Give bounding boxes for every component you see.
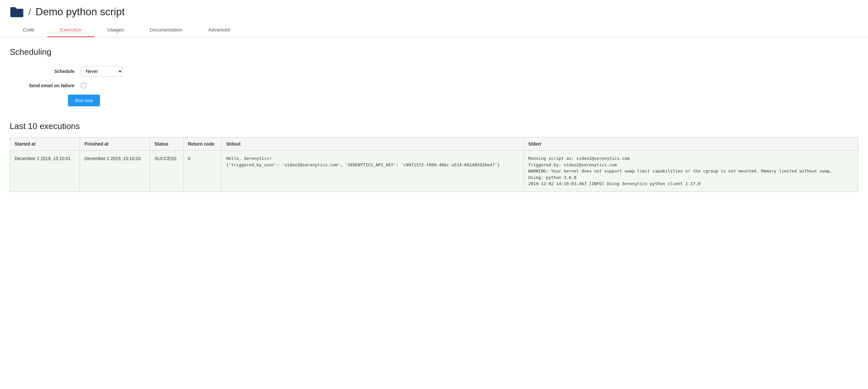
col-finished-at: Finished at: [80, 137, 150, 151]
schedule-select[interactable]: Never Hourly Daily Weekly Monthly: [81, 66, 123, 77]
schedule-label: Schedule: [23, 69, 74, 74]
email-failure-checkbox[interactable]: [81, 83, 86, 88]
executions-title: Last 10 executions: [10, 121, 858, 131]
tab-advanced[interactable]: Advanced: [195, 23, 243, 37]
cell-finished-at: December 2 2019, 15:10:03: [80, 151, 150, 192]
executions-section: Last 10 executions Started at Finished a…: [10, 121, 858, 192]
email-failure-label: Send email on failure: [23, 83, 74, 88]
col-stdout: Stdout: [221, 137, 523, 151]
col-return-code: Return code: [183, 137, 221, 151]
cell-status: SUCCESS: [150, 151, 183, 192]
tab-documentation[interactable]: Documentation: [137, 23, 195, 37]
main-content: Scheduling Schedule Never Hourly Daily W…: [0, 37, 868, 202]
tab-execution[interactable]: Execution: [47, 23, 94, 37]
tab-code[interactable]: Code: [10, 23, 47, 37]
cell-return-code: 0: [183, 151, 221, 192]
table-header: Started at Finished at Status Return cod…: [10, 137, 858, 151]
run-now-button[interactable]: Run now: [68, 95, 100, 106]
scheduling-section: Scheduling Schedule Never Hourly Daily W…: [10, 47, 858, 110]
col-status: Status: [150, 137, 183, 151]
col-stderr: Stderr: [524, 137, 858, 151]
table-body: December 2 2019, 15:10:01 December 2 201…: [10, 151, 858, 192]
folder-icon: [10, 6, 24, 18]
cell-stdout: Hello, Serenytics! {'triggered_by_user':…: [221, 151, 523, 192]
email-failure-row: Send email on failure: [23, 83, 858, 88]
table-header-row: Started at Finished at Status Return cod…: [10, 137, 858, 151]
col-started-at: Started at: [10, 137, 80, 151]
run-now-container: Run now: [10, 95, 858, 110]
schedule-row: Schedule Never Hourly Daily Weekly Month…: [23, 66, 858, 77]
tab-bar: Code Execution Usages Documentation Adva…: [0, 23, 868, 37]
tab-usages[interactable]: Usages: [94, 23, 137, 37]
page-header: / Demo python script: [0, 0, 868, 21]
breadcrumb-slash: /: [29, 7, 31, 17]
scheduling-title: Scheduling: [10, 47, 858, 57]
executions-table: Started at Finished at Status Return cod…: [10, 137, 858, 192]
table-row: December 2 2019, 15:10:01 December 2 201…: [10, 151, 858, 192]
page-title: Demo python script: [36, 6, 125, 18]
cell-started-at: December 2 2019, 15:10:01: [10, 151, 80, 192]
cell-stderr: Running script as: video2@serenytics.com…: [524, 151, 858, 192]
